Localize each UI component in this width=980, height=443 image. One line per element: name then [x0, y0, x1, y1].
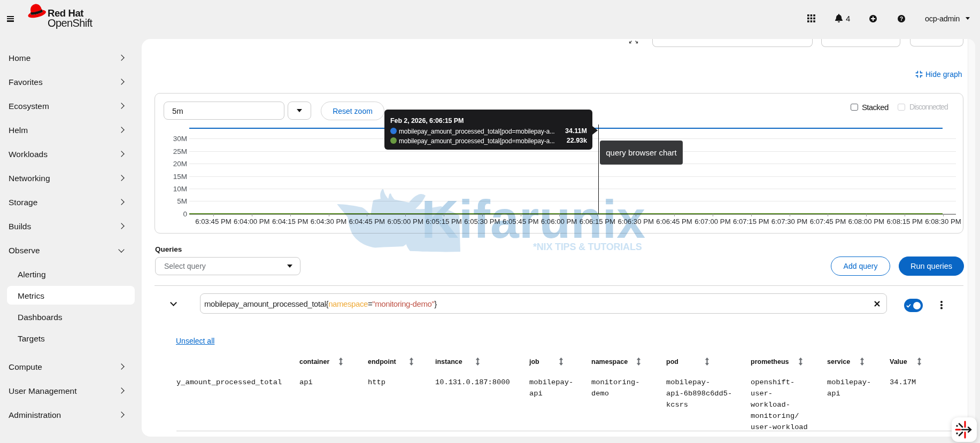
svg-text:?: ? — [900, 16, 903, 22]
